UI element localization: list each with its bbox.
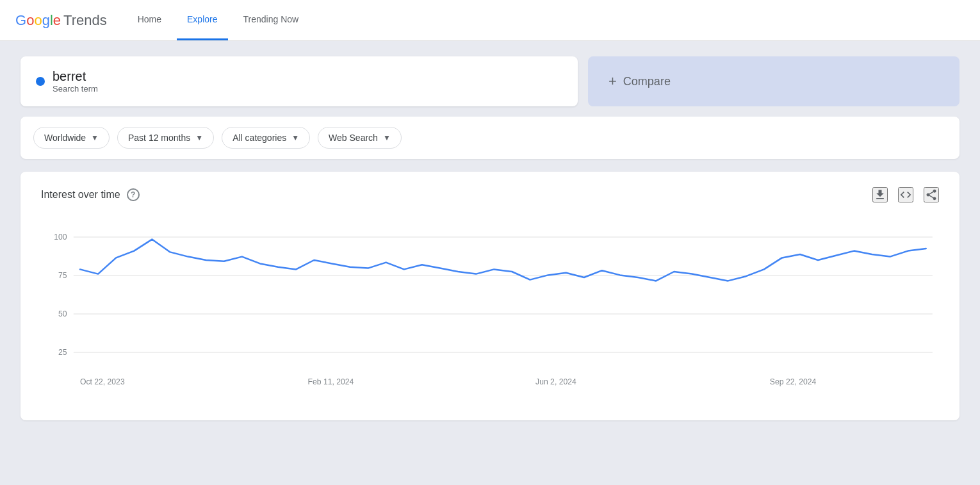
compare-box[interactable]: + Compare [588,56,960,106]
chart-header: Interest over time ? [41,187,939,202]
line-chart: 100 75 50 25 Oct 22, 2023 Feb 11, 2024 J… [41,218,939,397]
filter-type-arrow: ▼ [383,133,391,142]
filter-type-label: Web Search [329,133,378,143]
compare-plus-icon: + [608,73,617,90]
nav-home[interactable]: Home [127,0,172,40]
svg-text:Jun 2, 2024: Jun 2, 2024 [535,377,576,386]
help-icon[interactable]: ? [127,188,140,201]
svg-text:Sep 22, 2024: Sep 22, 2024 [770,377,817,386]
filters-bar: Worldwide ▼ Past 12 months ▼ All categor… [20,117,960,159]
search-term: berret [53,69,98,84]
embed-icon [899,188,912,201]
filter-location-arrow: ▼ [91,133,99,142]
svg-text:50: 50 [58,309,67,318]
filter-location[interactable]: Worldwide ▼ [33,127,110,149]
search-text: berret Search term [53,69,98,94]
chart-container: 100 75 50 25 Oct 22, 2023 Feb 11, 2024 J… [41,218,939,400]
main-nav: Home Explore Trending Now [127,0,309,40]
nav-explore[interactable]: Explore [177,0,227,40]
filter-category-arrow: ▼ [291,133,299,142]
chart-actions [872,187,939,202]
download-button[interactable] [872,187,888,202]
logo[interactable]: Google Trends [15,12,107,29]
filter-time[interactable]: Past 12 months ▼ [117,127,214,149]
filter-type[interactable]: Web Search ▼ [318,127,402,149]
search-type: Search term [53,84,98,94]
svg-text:25: 25 [58,348,67,357]
embed-button[interactable] [898,187,913,202]
chart-title-area: Interest over time ? [41,188,140,201]
filter-time-arrow: ▼ [195,133,203,142]
header: Google Trends Home Explore Trending Now [0,0,980,41]
svg-text:75: 75 [58,271,67,280]
svg-text:100: 100 [54,233,67,242]
filter-category-label: All categories [233,133,286,143]
search-dot [36,77,45,86]
logo-google-text: Google [15,12,61,29]
chart-card: Interest over time ? [20,172,960,420]
search-area: berret Search term + Compare [20,56,960,106]
logo-trends-text: Trends [63,12,107,29]
filter-time-label: Past 12 months [128,133,190,143]
search-box: berret Search term [20,56,578,106]
main-content: berret Search term + Compare Worldwide ▼… [0,41,980,436]
nav-trending[interactable]: Trending Now [233,0,309,40]
chart-title: Interest over time [41,189,120,201]
download-icon [874,188,886,201]
filter-category[interactable]: All categories ▼ [222,127,310,149]
svg-text:Oct 22, 2023: Oct 22, 2023 [80,377,125,386]
share-button[interactable] [924,187,939,202]
svg-text:Feb 11, 2024: Feb 11, 2024 [308,377,354,386]
share-icon [925,188,938,201]
compare-label: Compare [623,75,671,88]
filter-location-label: Worldwide [44,133,86,143]
